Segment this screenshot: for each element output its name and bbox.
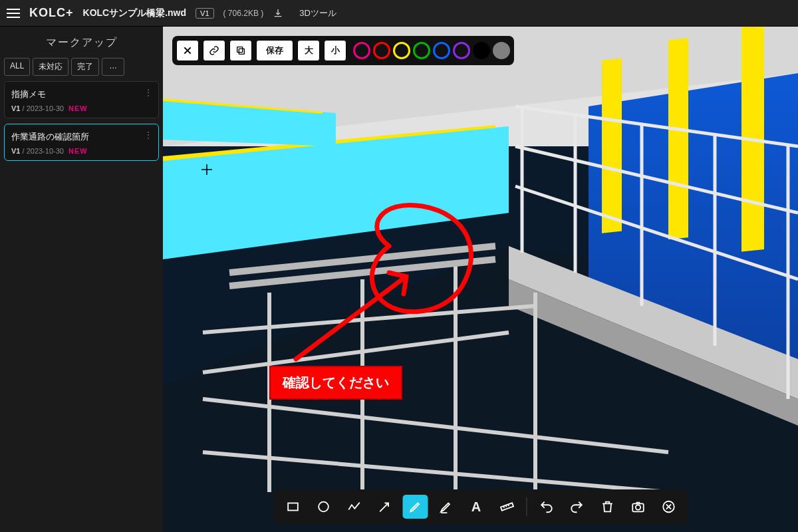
sidebar-title: マークアップ [4,32,159,53]
filter-pending[interactable]: 未対応 [33,58,68,76]
close-button[interactable] [176,40,199,61]
tool-label[interactable]: 3Dツール [299,7,336,19]
top-bar: KOLC+ KOLCサンプル橋梁.nwd V1 ( 706.2KB ) 3Dツー… [0,0,798,27]
annotation-label[interactable]: 確認してください [269,366,402,400]
swatch-green[interactable] [413,42,430,59]
exit-button[interactable] [656,495,681,519]
card-title: 作業通路の確認箇所 [11,131,152,143]
scene-render [163,27,798,532]
svg-rect-36 [288,503,298,511]
camera-button[interactable] [625,495,650,519]
tool-text[interactable]: A [464,495,489,519]
svg-rect-35 [237,47,243,53]
tool-polyline[interactable] [341,495,366,519]
tool-rect[interactable] [280,495,305,519]
svg-line-40 [503,506,504,508]
save-button[interactable]: 保存 [256,40,293,61]
swatch-grey[interactable] [493,42,510,59]
svg-rect-4 [602,58,622,233]
redo-button[interactable] [564,495,589,519]
tool-arrow[interactable] [372,495,397,519]
filter-row: ALL 未対応 完了 … [4,58,159,76]
card-meta: V1 / 2023-10-30 NEW [11,104,152,112]
card-title: 指摘メモ [11,88,152,100]
version-badge[interactable]: V1 [196,8,213,19]
card-meta: V1 / 2023-10-30 NEW [11,147,152,155]
download-icon[interactable] [273,8,283,19]
sidebar: マークアップ ALL 未対応 完了 … ⋮ 指摘メモ V1 / 2023-10-… [0,27,163,532]
swatch-magenta[interactable] [353,42,370,59]
swatch-blue[interactable] [433,42,450,59]
tool-circle[interactable] [311,495,336,519]
copy-button[interactable] [229,40,252,61]
tool-pen[interactable] [402,495,428,519]
undo-button[interactable] [533,495,559,519]
swatch-red[interactable] [373,42,390,59]
svg-rect-34 [239,49,244,54]
color-swatches [353,42,510,59]
menu-icon[interactable] [7,9,20,18]
markup-bottom-toolbar: A [273,489,688,524]
link-button[interactable] [203,40,225,61]
file-size: ( 706.2KB ) [223,9,264,18]
filter-more[interactable]: … [102,58,124,76]
size-big-button[interactable]: 大 [297,40,320,61]
svg-line-42 [508,504,509,506]
markup-card[interactable]: ⋮ 作業通路の確認箇所 V1 / 2023-10-30 NEW [4,124,159,161]
card-menu-icon[interactable]: ⋮ [144,130,153,140]
svg-rect-5 [668,38,688,239]
tool-highlight[interactable] [433,495,458,519]
swatch-purple[interactable] [453,42,470,59]
swatch-black[interactable] [473,42,490,59]
markup-card[interactable]: ⋮ 指摘メモ V1 / 2023-10-30 NEW [4,81,159,118]
filter-all[interactable]: ALL [4,58,30,76]
3d-viewer[interactable]: 保存 大 小 確認してください [163,27,798,532]
svg-line-41 [505,505,506,507]
svg-point-44 [635,505,640,509]
tool-ruler[interactable] [494,495,519,519]
filename: KOLCサンプル橋梁.nwd [83,7,187,19]
swatch-yellow[interactable] [393,42,410,59]
separator [526,497,527,516]
trash-button[interactable] [595,495,620,519]
svg-point-37 [319,502,329,512]
markup-top-toolbar: 保存 大 小 [172,36,514,65]
size-small-button[interactable]: 小 [324,40,346,61]
app-logo: KOLC+ [29,6,74,20]
filter-done[interactable]: 完了 [71,58,99,76]
card-menu-icon[interactable]: ⋮ [144,87,153,98]
